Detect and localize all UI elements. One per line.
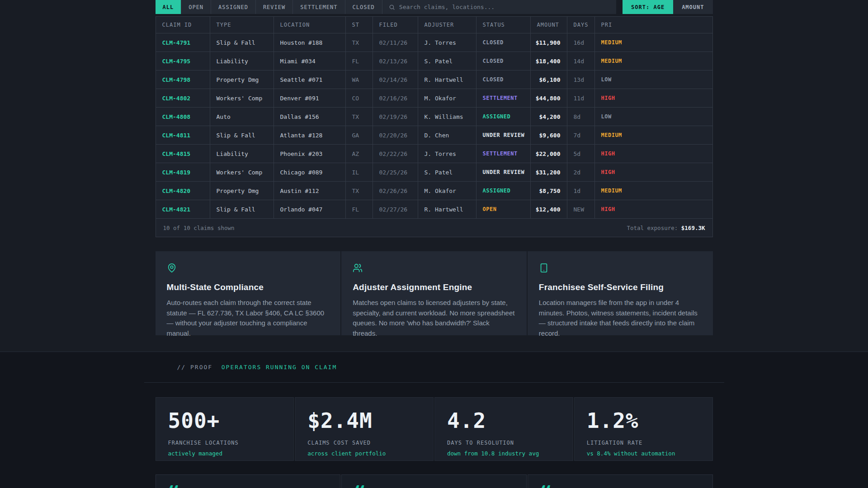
claims-table: CLAIM IDTYPELOCATIONSTFILEDADJUSTERSTATU… bbox=[156, 16, 713, 237]
proof-heading: // PROOF OPERATORS RUNNING ON CLAIM bbox=[156, 364, 713, 371]
stat-value: $2.4M bbox=[307, 408, 421, 433]
cell-status: OPEN bbox=[476, 200, 531, 218]
cell-location: Miami #034 bbox=[274, 52, 346, 70]
stat-value: 1.2% bbox=[587, 408, 700, 433]
stat-card: 1.2%LITIGATION RATEvs 8.4% without autom… bbox=[574, 397, 713, 461]
cell-type: Slip & Fall bbox=[210, 126, 274, 144]
feature-description: Auto-routes each claim through the corre… bbox=[167, 298, 330, 338]
cell-location: Atlanta #128 bbox=[274, 126, 346, 144]
column-header-days: DAYS bbox=[567, 17, 595, 33]
filter-tab-closed[interactable]: CLOSED bbox=[345, 0, 382, 14]
quote-icon: “ bbox=[354, 485, 514, 488]
cell-location: Chicago #089 bbox=[274, 163, 346, 181]
cell-days: 7d bbox=[567, 126, 595, 144]
table-row[interactable]: CLM-4820Property DmgAustin #112TX02/26/2… bbox=[156, 181, 712, 200]
search-box[interactable] bbox=[382, 0, 616, 14]
cell-status: UNDER REVIEW bbox=[476, 126, 531, 144]
cell-amount: $4,200 bbox=[531, 108, 567, 126]
cell-adjuster: M. Okafor bbox=[418, 182, 476, 200]
feature-description: Matches open claims to licensed adjuster… bbox=[353, 298, 515, 338]
stat-subtext: vs 8.4% without automation bbox=[587, 450, 700, 457]
table-row[interactable]: CLM-4808AutoDallas #156TX02/19/26K. Will… bbox=[156, 107, 712, 126]
feature-card: Franchisee Self-Service FilingLocation m… bbox=[528, 251, 713, 335]
cell-filed: 02/19/26 bbox=[373, 108, 418, 126]
proof-title: OPERATORS RUNNING ON CLAIM bbox=[222, 364, 337, 371]
search-input[interactable] bbox=[399, 4, 610, 10]
filter-tab-open[interactable]: OPEN bbox=[181, 0, 211, 14]
cell-adjuster: J. Torres bbox=[418, 145, 476, 163]
map-pin-icon bbox=[167, 263, 330, 275]
feature-title: Multi-State Compliance bbox=[167, 282, 330, 292]
cell-days: 11d bbox=[567, 89, 595, 107]
stat-card: 500+FRANCHISE LOCATIONSactively managed bbox=[156, 397, 294, 461]
table-row[interactable]: CLM-4795LiabilityMiami #034FL02/13/26S. … bbox=[156, 52, 712, 70]
column-header-st: ST bbox=[346, 17, 373, 33]
stat-value: 4.2 bbox=[447, 408, 561, 433]
filter-tab-all[interactable]: ALL bbox=[156, 0, 182, 14]
quote-icon: “ bbox=[540, 485, 701, 488]
table-row[interactable]: CLM-4798Property DmgSeattle #071WA02/14/… bbox=[156, 70, 712, 89]
cell-type: Liability bbox=[210, 145, 274, 163]
table-footer: 10 of 10 claims shown Total exposure: $1… bbox=[156, 218, 712, 237]
claims-count-text: 10 of 10 claims shown bbox=[163, 225, 235, 231]
total-exposure: Total exposure: $169.3K bbox=[627, 225, 705, 231]
cell-amount: $12,400 bbox=[531, 200, 567, 218]
section-divider bbox=[144, 382, 724, 383]
cell-status: SETTLEMENT bbox=[476, 89, 531, 107]
table-row[interactable]: CLM-4819Workers' CompChicago #089IL02/25… bbox=[156, 163, 712, 181]
filter-tab-review[interactable]: REVIEW bbox=[256, 0, 293, 14]
stat-subtext: across client portfolio bbox=[307, 450, 421, 457]
stat-label: DAYS TO RESOLUTION bbox=[447, 440, 561, 446]
cell-status: SETTLEMENT bbox=[476, 145, 531, 163]
sort-button-amount[interactable]: AMOUNT bbox=[673, 0, 712, 14]
cell-claim-id: CLM-4802 bbox=[156, 89, 210, 107]
table-body: CLM-4791Slip & FallHouston #188TX02/11/2… bbox=[156, 33, 712, 218]
cell-type: Workers' Comp bbox=[210, 89, 274, 107]
cell-priority: LOW bbox=[595, 70, 712, 89]
table-row[interactable]: CLM-4791Slip & FallHouston #188TX02/11/2… bbox=[156, 33, 712, 52]
cell-status: ASSIGNED bbox=[476, 108, 531, 126]
cell-claim-id: CLM-4815 bbox=[156, 145, 210, 163]
table-row[interactable]: CLM-4811Slip & FallAtlanta #128GA02/20/2… bbox=[156, 126, 712, 144]
cell-claim-id: CLM-4819 bbox=[156, 163, 210, 181]
filter-tab-assigned[interactable]: ASSIGNED bbox=[211, 0, 256, 14]
cell-days: NEW bbox=[567, 200, 595, 218]
cell-type: Auto bbox=[210, 108, 274, 126]
stat-value: 500+ bbox=[168, 408, 282, 433]
cell-days: 14d bbox=[567, 52, 595, 70]
feature-title: Franchisee Self-Service Filing bbox=[539, 282, 702, 292]
stat-label: LITIGATION RATE bbox=[587, 440, 700, 446]
cell-days: 16d bbox=[567, 33, 595, 52]
stat-card: 4.2DAYS TO RESOLUTIONdown from 10.8 indu… bbox=[434, 397, 573, 461]
table-row[interactable]: CLM-4815LiabilityPhoenix #203AZ02/22/26J… bbox=[156, 144, 712, 163]
testimonial-card: “ bbox=[156, 474, 341, 488]
cell-state: TX bbox=[346, 108, 373, 126]
cell-priority: HIGH bbox=[595, 200, 712, 218]
testimonial-cards: “““ bbox=[156, 474, 713, 488]
column-header-location: LOCATION bbox=[274, 17, 346, 33]
stat-subtext: down from 10.8 industry avg bbox=[447, 450, 561, 457]
feature-card: Multi-State ComplianceAuto-routes each c… bbox=[156, 251, 341, 335]
cell-status: UNDER REVIEW bbox=[476, 163, 531, 181]
table-row[interactable]: CLM-4802Workers' CompDenver #091CO02/16/… bbox=[156, 89, 712, 107]
claims-toolbar: ALLOPENASSIGNEDREVIEWSETTLEMENTCLOSED SO… bbox=[156, 0, 713, 14]
cell-priority: HIGH bbox=[595, 163, 712, 181]
cell-amount: $18,400 bbox=[531, 52, 567, 70]
cell-status: ASSIGNED bbox=[476, 182, 531, 200]
filter-tab-settlement[interactable]: SETTLEMENT bbox=[293, 0, 345, 14]
table-row[interactable]: CLM-4821Slip & FallOrlando #047FL02/27/2… bbox=[156, 200, 712, 218]
cell-priority: MEDIUM bbox=[595, 126, 712, 144]
column-header-status: STATUS bbox=[476, 17, 531, 33]
cell-location: Dallas #156 bbox=[274, 108, 346, 126]
total-exposure-value: $169.3K bbox=[681, 225, 705, 231]
cell-claim-id: CLM-4798 bbox=[156, 70, 210, 89]
stat-label: FRANCHISE LOCATIONS bbox=[168, 440, 282, 446]
cell-filed: 02/22/26 bbox=[373, 145, 418, 163]
cell-adjuster: J. Torres bbox=[418, 33, 476, 52]
cell-days: 8d bbox=[567, 108, 595, 126]
cell-filed: 02/14/26 bbox=[373, 70, 418, 89]
cell-adjuster: K. Williams bbox=[418, 108, 476, 126]
sort-button-sort-age[interactable]: SORT: AGE bbox=[623, 0, 673, 14]
cell-state: AZ bbox=[346, 145, 373, 163]
proof-section: // PROOF OPERATORS RUNNING ON CLAIM 500+… bbox=[0, 352, 868, 488]
